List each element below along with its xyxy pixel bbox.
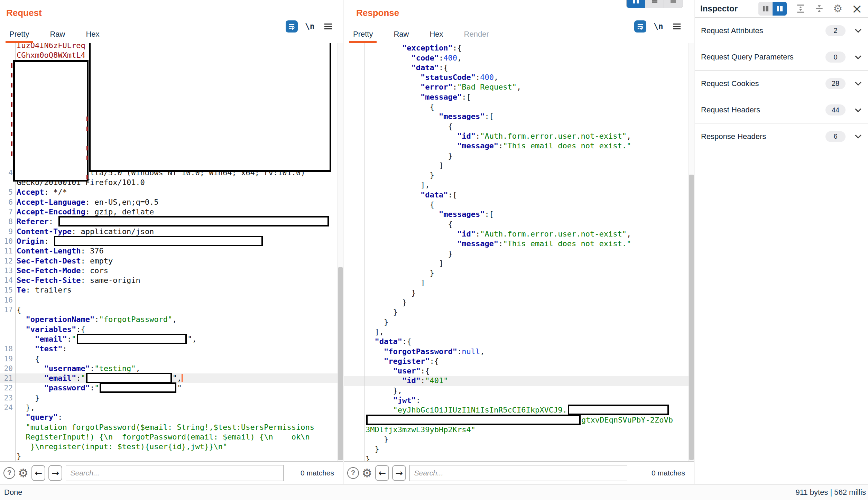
panel-menu-icon[interactable] bbox=[324, 24, 332, 29]
inspector-section-response-headers[interactable]: Response Headers6 bbox=[695, 123, 868, 150]
chevron-down-icon[interactable] bbox=[855, 132, 861, 139]
layout-columns-button[interactable] bbox=[627, 0, 645, 8]
code-line: "jwt": bbox=[344, 396, 689, 405]
help-icon[interactable]: ? bbox=[347, 467, 359, 479]
code-line: }\nregister(input: $test){user{id},jwt}}… bbox=[0, 442, 338, 452]
code-line: } bbox=[344, 170, 689, 180]
request-editor[interactable]: IuzO4IN6zFULreqCGhxm0oQ8WXmtL44User-Agen… bbox=[0, 43, 343, 461]
word-wrap-toggle-icon[interactable] bbox=[286, 20, 298, 33]
code-line: RegisterInput!) {\n forgotPassword(email… bbox=[0, 432, 338, 442]
redaction-box bbox=[568, 405, 669, 415]
line-number bbox=[344, 347, 364, 357]
line-number bbox=[344, 239, 364, 249]
line-number bbox=[344, 415, 364, 425]
inspector-section-request-attributes[interactable]: Request Attributes2 bbox=[695, 18, 868, 44]
chevron-down-icon[interactable] bbox=[855, 53, 861, 59]
request-view-options: \n bbox=[286, 19, 332, 33]
redaction-box-cookie-left bbox=[13, 60, 89, 182]
response-viewer[interactable]: "code":"INTERNAL_SERVER_ERROR", "excepti… bbox=[344, 43, 694, 461]
inspector-dock-left-button[interactable] bbox=[758, 2, 773, 16]
code-line: 19 { bbox=[0, 354, 338, 364]
line-number bbox=[344, 268, 364, 278]
code-line: } bbox=[344, 288, 689, 298]
code-line: ], bbox=[344, 180, 689, 190]
request-tabs: PrettyRawHex bbox=[6, 30, 117, 43]
code-line: "user":{ bbox=[344, 366, 689, 376]
request-search-input[interactable] bbox=[66, 465, 284, 481]
code-line: "messages":[ bbox=[344, 210, 689, 219]
response-scrollbar-thumb[interactable] bbox=[689, 175, 694, 460]
word-wrap-toggle-icon[interactable] bbox=[634, 20, 646, 33]
chevron-down-icon[interactable] bbox=[855, 106, 861, 112]
search-settings-gear-icon[interactable]: ⚙ bbox=[362, 467, 372, 479]
search-prev-button[interactable]: ← bbox=[31, 465, 45, 481]
line-number bbox=[344, 161, 364, 170]
line-number bbox=[344, 386, 364, 396]
count-badge: 2 bbox=[825, 25, 846, 36]
request-panel-title: Request bbox=[6, 8, 42, 18]
line-number bbox=[344, 73, 364, 82]
panel-menu-icon[interactable] bbox=[673, 24, 681, 29]
layout-switcher bbox=[626, 0, 683, 8]
tab-hex[interactable]: Hex bbox=[82, 30, 103, 43]
response-scrollbar[interactable] bbox=[689, 43, 694, 461]
search-next-button[interactable]: → bbox=[48, 465, 62, 481]
line-number bbox=[0, 315, 15, 324]
chevron-down-icon[interactable] bbox=[855, 27, 861, 33]
inspector-section-request-cookies[interactable]: Request Cookies28 bbox=[695, 71, 868, 97]
tab-hex[interactable]: Hex bbox=[426, 30, 447, 43]
redaction-box bbox=[77, 334, 187, 344]
search-settings-gear-icon[interactable]: ⚙ bbox=[18, 467, 28, 479]
search-next-button[interactable]: → bbox=[392, 465, 406, 481]
tab-raw[interactable]: Raw bbox=[46, 30, 69, 43]
line-number bbox=[344, 229, 364, 239]
line-number bbox=[344, 170, 364, 180]
request-scrollbar[interactable] bbox=[338, 43, 343, 461]
line-number bbox=[0, 325, 15, 334]
code-line: "variables":{ bbox=[0, 325, 338, 334]
inspector-panel: Inspector ⚙ × Request Attributes2Request… bbox=[695, 0, 868, 484]
show-newlines-toggle[interactable]: \n bbox=[305, 22, 315, 31]
line-number bbox=[344, 454, 364, 461]
line-number bbox=[344, 357, 364, 366]
line-number: 23 bbox=[0, 393, 15, 403]
tab-pretty[interactable]: Pretty bbox=[349, 30, 377, 43]
code-line: 15Te: trailers bbox=[0, 285, 338, 295]
redaction-artifact bbox=[11, 122, 12, 127]
line-number bbox=[0, 50, 15, 60]
tab-raw[interactable]: Raw bbox=[390, 30, 413, 43]
line-number: 16 bbox=[0, 295, 15, 305]
line-number: 22 bbox=[0, 383, 15, 393]
inspector-close-icon[interactable]: × bbox=[851, 2, 862, 15]
collapse-all-icon[interactable] bbox=[814, 4, 824, 13]
inspector-section-request-query-parameters[interactable]: Request Query Parameters0 bbox=[695, 44, 868, 71]
request-scrollbar-thumb[interactable] bbox=[338, 267, 343, 460]
line-number: 18 bbox=[0, 344, 15, 354]
redaction-artifact bbox=[11, 73, 12, 77]
layout-single-button[interactable] bbox=[664, 0, 683, 8]
show-newlines-toggle[interactable]: \n bbox=[654, 22, 663, 31]
response-metrics: 911 bytes | 562 millis bbox=[796, 488, 866, 497]
line-number bbox=[0, 423, 15, 432]
code-line: 22 "password":"" bbox=[0, 383, 338, 393]
tab-render[interactable]: Render bbox=[460, 30, 493, 43]
expand-all-icon[interactable] bbox=[796, 4, 805, 13]
request-search-bar: ? ⚙ ← → 0 matches bbox=[0, 461, 343, 484]
line-number bbox=[344, 366, 364, 376]
search-prev-button[interactable]: ← bbox=[375, 465, 389, 481]
code-line: "eyJhbGciOiJIUzI1NiIsInR5cCI6IkpXVCJ9. bbox=[344, 405, 689, 415]
chevron-down-icon[interactable] bbox=[855, 80, 861, 86]
code-line: 12Sec-Fetch-Dest: empty bbox=[0, 256, 338, 266]
line-number: 11 bbox=[0, 246, 15, 256]
layout-rows-button[interactable] bbox=[645, 0, 664, 8]
help-icon[interactable]: ? bbox=[3, 467, 15, 479]
response-search-input[interactable] bbox=[409, 465, 627, 481]
inspector-dock-right-button[interactable] bbox=[773, 2, 787, 16]
redaction-box bbox=[54, 236, 263, 246]
response-tabs: PrettyRawHexRender bbox=[349, 30, 506, 43]
tab-pretty[interactable]: Pretty bbox=[6, 30, 33, 43]
inspector-section-request-headers[interactable]: Request Headers44 bbox=[695, 97, 868, 124]
inspector-settings-gear-icon[interactable]: ⚙ bbox=[833, 3, 842, 14]
inspector-section-label: Request Cookies bbox=[701, 79, 825, 88]
line-number bbox=[344, 337, 364, 346]
